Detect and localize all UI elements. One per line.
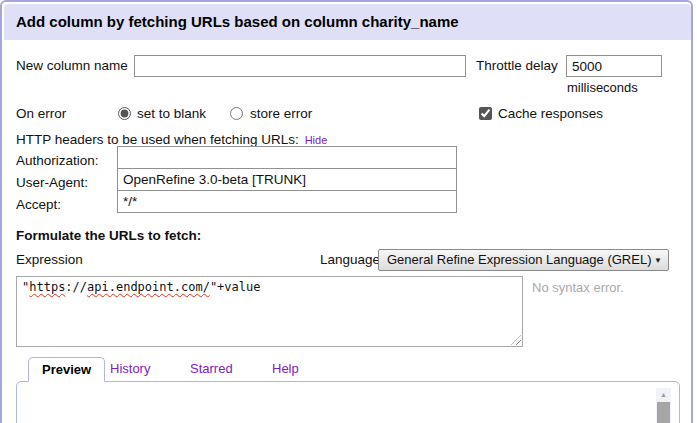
- accept-input[interactable]: [117, 190, 457, 213]
- user-agent-input[interactable]: [117, 168, 457, 191]
- expression-text: https: [29, 280, 65, 294]
- throttle-delay-label: Throttle delay: [476, 55, 558, 77]
- http-headers-inputs: [117, 146, 457, 213]
- authorization-input[interactable]: [117, 146, 457, 169]
- tab-preview[interactable]: Preview: [28, 357, 105, 382]
- expression-text: ://: [65, 280, 87, 294]
- formulate-urls-label: Formulate the URLs to fetch:: [16, 225, 201, 247]
- throttle-delay-input[interactable]: [566, 55, 662, 77]
- store-error-label: store error: [250, 103, 312, 125]
- language-select-value: General Refine Expression Language (GREL…: [387, 252, 651, 267]
- textarea-resize-handle[interactable]: [511, 335, 521, 345]
- dropdown-arrow-icon: ▼: [654, 250, 662, 272]
- set-to-blank-radio[interactable]: [118, 107, 131, 120]
- dialog-title: Add column by fetching URLs based on col…: [16, 4, 459, 40]
- scroll-up-icon[interactable]: ▲: [656, 389, 671, 400]
- tab-help[interactable]: Help: [272, 361, 299, 376]
- preview-scrollbar[interactable]: ▲: [656, 388, 671, 423]
- new-column-name-input[interactable]: [134, 55, 466, 77]
- tab-history[interactable]: History: [110, 361, 150, 376]
- cache-responses-label: Cache responses: [498, 103, 603, 125]
- set-to-blank-label: set to blank: [137, 103, 206, 125]
- expression-text: api.endpoint.com/: [87, 280, 210, 294]
- dialog-title-bar: Add column by fetching URLs based on col…: [4, 4, 691, 40]
- scrollbar-thumb[interactable]: [657, 402, 670, 423]
- language-select[interactable]: General Refine Expression Language (GREL…: [378, 249, 669, 271]
- tab-starred[interactable]: Starred: [190, 361, 233, 376]
- preview-panel: [16, 381, 680, 423]
- on-error-label: On error: [16, 103, 66, 125]
- authorization-label: Authorization:: [16, 149, 99, 172]
- http-headers-label: HTTP headers to be used when fetching UR…: [16, 132, 299, 147]
- accept-label: Accept:: [16, 193, 61, 216]
- throttle-unit-label: milliseconds: [567, 80, 638, 95]
- expression-text: "+value: [210, 280, 261, 294]
- language-label: Language: [320, 249, 380, 271]
- syntax-status: No syntax error.: [532, 280, 624, 295]
- cache-responses-checkbox[interactable]: [479, 107, 492, 120]
- new-column-name-label: New column name: [16, 55, 128, 77]
- user-agent-label: User-Agent:: [16, 171, 88, 194]
- store-error-radio[interactable]: [230, 107, 243, 120]
- expression-input[interactable]: "https://api.endpoint.com/"+value: [16, 276, 523, 347]
- expression-label: Expression: [16, 249, 83, 271]
